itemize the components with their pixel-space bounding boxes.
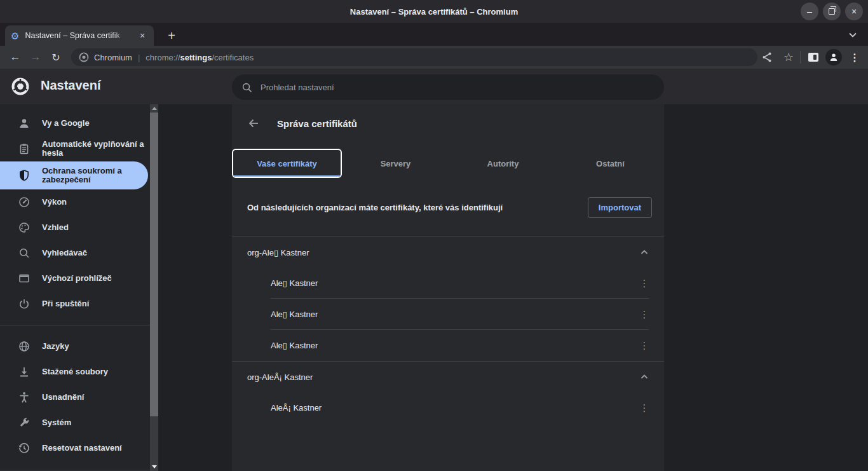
certificate-manager-card: Správa certifikátů Vaše certifikáty Serv…	[232, 104, 664, 471]
url-separator: |	[138, 53, 140, 62]
palette-icon	[18, 221, 31, 234]
tab-label: Servery	[381, 159, 411, 168]
settings-gear-favicon-icon: ⚙	[11, 31, 19, 41]
toolbar-separator	[800, 51, 801, 64]
sidebar-item-label: Jazyky	[42, 342, 69, 351]
sidebar-item-you-and-google[interactable]: Vy a Google	[0, 111, 150, 136]
profile-button[interactable]	[825, 48, 843, 66]
sidebar-item-reset-settings[interactable]: Resetovat nastavení	[0, 435, 150, 461]
power-icon	[18, 297, 31, 310]
side-panel-button[interactable]	[804, 48, 822, 66]
forward-button[interactable]: →	[27, 48, 44, 66]
sidebar-item-label: Při spuštění	[42, 299, 89, 308]
tab-strip: ⚙ Nastavení – Správa certifik × +	[0, 23, 868, 46]
tab-others[interactable]: Ostatní	[557, 149, 664, 178]
browser-window-icon	[18, 272, 31, 285]
group-name: org-AleÅ¡ Kastner	[247, 372, 637, 382]
back-button[interactable]: ←	[6, 48, 24, 66]
sidebar-item-label: Vy a Google	[42, 119, 90, 128]
new-tab-button[interactable]: +	[163, 27, 180, 44]
certificate-tabs: Vaše certifikáty Servery Autority Ostatn…	[232, 149, 664, 178]
certificate-menu-button[interactable]: ⋮	[637, 308, 651, 322]
chevron-up-icon	[639, 372, 649, 382]
certificate-row[interactable]: Ale▯ Kastner ⋮	[232, 299, 664, 330]
person-icon	[18, 117, 31, 130]
certificate-menu-button[interactable]: ⋮	[637, 339, 651, 353]
certificate-group-header[interactable]: org-AleÅ¡ Kastner	[232, 362, 664, 392]
settings-search-input[interactable]	[261, 83, 616, 92]
close-button[interactable]: ×	[845, 3, 863, 20]
chromium-logo-icon	[11, 78, 29, 95]
bookmark-button[interactable]: ☆	[780, 48, 797, 66]
settings-search[interactable]	[232, 74, 664, 100]
import-button[interactable]: Importovat	[588, 197, 652, 218]
sidebar-item-accessibility[interactable]: Usnadnění	[0, 385, 150, 410]
collapse-group-button[interactable]	[637, 245, 651, 259]
certificate-name: Ale▯ Kastner	[271, 310, 637, 319]
sidebar-item-label: Výchozí prohlížeč	[42, 274, 112, 283]
url-scheme: chrome://	[146, 53, 180, 62]
chevron-down-icon	[848, 31, 857, 39]
restore-button[interactable]	[823, 3, 841, 20]
sidebar-item-label: Vyhledávač	[42, 249, 87, 257]
tab-list-menu-button[interactable]	[846, 29, 859, 41]
settings-page-title: Nastavení	[41, 78, 101, 93]
sidebar-item-languages[interactable]: Jazyky	[0, 334, 150, 359]
back-arrow-icon	[247, 117, 260, 130]
sidebar-item-privacy-security[interactable]: Ochrana soukromí a zabezpečení	[0, 161, 148, 189]
download-icon	[18, 365, 31, 378]
sidebar-item-appearance[interactable]: Vzhled	[0, 215, 150, 240]
card-header: Správa certifikátů	[232, 104, 664, 142]
sidebar-item-default-browser[interactable]: Výchozí prohlížeč	[0, 266, 150, 291]
info-row: Od následujících organizací máte certifi…	[232, 193, 664, 221]
sidebar-item-label: Stažené soubory	[42, 367, 108, 376]
close-icon: ×	[851, 6, 857, 17]
sidebar-item-autofill[interactable]: Automatické vyplňování a hesla	[0, 136, 150, 161]
url-host: settings	[180, 53, 212, 62]
certificate-row[interactable]: AleÅ¡ Kastner ⋮	[232, 392, 664, 423]
tab-label: Ostatní	[596, 159, 625, 168]
scrollbar-up-arrow-icon[interactable]	[152, 107, 157, 110]
tab-servers[interactable]: Servery	[342, 149, 449, 178]
page-title: Správa certifikátů	[277, 118, 357, 129]
address-bar[interactable]: Chromium | chrome://settings/certificate…	[71, 48, 757, 66]
sidebar-item-performance[interactable]: Výkon	[0, 189, 150, 215]
sidebar-item-label: Výkon	[42, 198, 67, 207]
sidebar-item-label: Vzhled	[42, 223, 69, 232]
window-titlebar: Nastavení – Správa certifikátů – Chromiu…	[0, 0, 868, 23]
certificate-menu-button[interactable]: ⋮	[637, 276, 651, 290]
tab-settings-certificates[interactable]: ⚙ Nastavení – Správa certifik ×	[5, 25, 154, 46]
tab-authorities[interactable]: Autority	[449, 149, 557, 178]
back-arrow-button[interactable]	[247, 117, 260, 130]
window-controls: – ×	[801, 3, 863, 20]
sidebar-item-label: Ochrana soukromí a zabezpečení	[42, 167, 144, 184]
browser-menu-button[interactable]: ⋮	[846, 48, 864, 66]
side-panel-icon	[808, 52, 819, 62]
certificate-row[interactable]: Ale▯ Kastner ⋮	[232, 268, 664, 299]
reload-button[interactable]: ↻	[47, 48, 65, 66]
tab-your-certificates[interactable]: Vaše certifikáty	[232, 149, 342, 178]
sidebar-scrollbar[interactable]	[150, 104, 158, 471]
sidebar-item-downloads[interactable]: Stažené soubory	[0, 359, 150, 385]
tab-close-icon: ×	[140, 31, 145, 41]
share-button[interactable]	[758, 48, 776, 66]
certificate-menu-button[interactable]: ⋮	[637, 401, 651, 415]
sidebar-item-search-engine[interactable]: Vyhledávač	[0, 240, 150, 266]
magnifier-icon	[18, 247, 31, 259]
scrollbar-thumb[interactable]	[150, 113, 158, 416]
shield-icon	[18, 169, 31, 182]
settings-sidebar: Vy a Google Automatické vyplňování a hes…	[0, 104, 150, 471]
minimize-button[interactable]: –	[801, 3, 818, 20]
star-icon: ☆	[783, 50, 794, 64]
sidebar-divider	[0, 325, 150, 325]
sidebar-item-system[interactable]: Systém	[0, 410, 150, 435]
tab-close-button[interactable]: ×	[137, 30, 148, 41]
certificate-row[interactable]: Ale▯ Kastner ⋮	[232, 330, 664, 361]
person-icon	[829, 52, 839, 62]
history-reset-icon	[18, 442, 31, 454]
scrollbar-down-arrow-icon[interactable]	[152, 465, 157, 468]
sidebar-item-on-startup[interactable]: Při spuštění	[0, 291, 150, 317]
collapse-group-button[interactable]	[637, 370, 651, 384]
kebab-icon: ⋮	[640, 340, 649, 352]
certificate-group-header[interactable]: org-Ale▯ Kastner	[232, 237, 664, 268]
